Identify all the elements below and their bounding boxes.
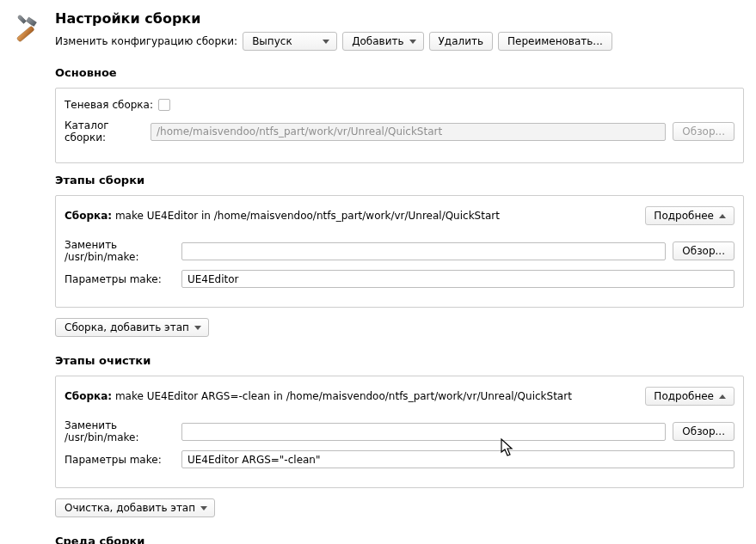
clean-replace-make-label: Заменить /usr/bin/make: [65, 419, 175, 443]
build-details-button[interactable]: Подробнее [645, 206, 734, 225]
section-clean-title: Этапы очистки [55, 354, 744, 367]
config-select[interactable]: Выпуск [243, 32, 337, 51]
add-build-step-label: Сборка, добавить этап [65, 321, 189, 333]
build-replace-make-browse-button[interactable]: Обзор... [673, 241, 734, 260]
chevron-up-icon [719, 394, 726, 399]
hammer-icon [12, 12, 43, 43]
shadow-build-label: Теневая сборка: [65, 99, 153, 111]
build-details-label: Подробнее [654, 210, 714, 222]
panel-main: Теневая сборка: Каталог сборки: Обзор... [55, 88, 744, 163]
chevron-down-icon [409, 40, 416, 44]
page-title: Настройки сборки [55, 10, 744, 27]
clean-step-header-label: Сборка: [65, 390, 112, 402]
clean-make-params-label: Параметры make: [65, 454, 175, 466]
rename-config-button[interactable]: Переименовать... [498, 32, 612, 51]
chevron-down-icon [323, 40, 329, 44]
build-dir-label: Каталог сборки: [65, 119, 144, 144]
clean-make-params-input[interactable] [181, 450, 734, 468]
build-replace-make-input[interactable] [181, 242, 666, 260]
clean-step-header-desc: make UE4Editor ARGS=-clean in /home/mais… [115, 390, 572, 402]
build-step-header-label: Сборка: [65, 210, 112, 222]
clean-replace-make-input[interactable] [181, 423, 666, 441]
section-main-title: Основное [55, 66, 744, 79]
chevron-down-icon [194, 326, 201, 330]
shadow-build-checkbox[interactable] [158, 99, 170, 111]
config-label: Изменить конфигурацию сборки: [55, 35, 237, 47]
add-config-button[interactable]: Добавить [342, 32, 423, 51]
add-clean-step-label: Очистка, добавить этап [65, 502, 195, 514]
clean-details-label: Подробнее [654, 390, 714, 402]
add-build-step-button[interactable]: Сборка, добавить этап [55, 318, 209, 337]
add-clean-step-button[interactable]: Очистка, добавить этап [55, 498, 215, 517]
build-dir-input [151, 123, 666, 141]
section-env-title: Среда сборки [55, 535, 744, 544]
build-make-params-input[interactable] [181, 270, 734, 288]
clean-details-button[interactable]: Подробнее [645, 387, 734, 406]
build-step-header-desc: make UE4Editor in /home/maisvendoo/ntfs_… [115, 210, 500, 222]
section-build-title: Этапы сборки [55, 174, 744, 186]
config-select-value: Выпуск [252, 35, 292, 47]
chevron-up-icon [719, 214, 726, 218]
delete-config-button[interactable]: Удалить [429, 32, 494, 51]
clean-replace-make-browse-button[interactable]: Обзор... [673, 422, 734, 441]
svg-rect-0 [16, 26, 34, 42]
build-make-params-label: Параметры make: [65, 273, 175, 285]
build-step-header: Сборка: make UE4Editor in /home/maisvend… [65, 210, 500, 222]
panel-clean-step: Сборка: make UE4Editor ARGS=-clean in /h… [55, 376, 744, 488]
build-dir-browse-button: Обзор... [673, 122, 734, 141]
panel-build-step: Сборка: make UE4Editor in /home/maisvend… [55, 195, 744, 308]
add-config-label: Добавить [352, 35, 403, 47]
config-bar: Изменить конфигурацию сборки: Выпуск Доб… [55, 32, 744, 51]
chevron-down-icon [200, 506, 207, 510]
build-replace-make-label: Заменить /usr/bin/make: [65, 239, 175, 263]
clean-step-header: Сборка: make UE4Editor ARGS=-clean in /h… [65, 390, 572, 402]
